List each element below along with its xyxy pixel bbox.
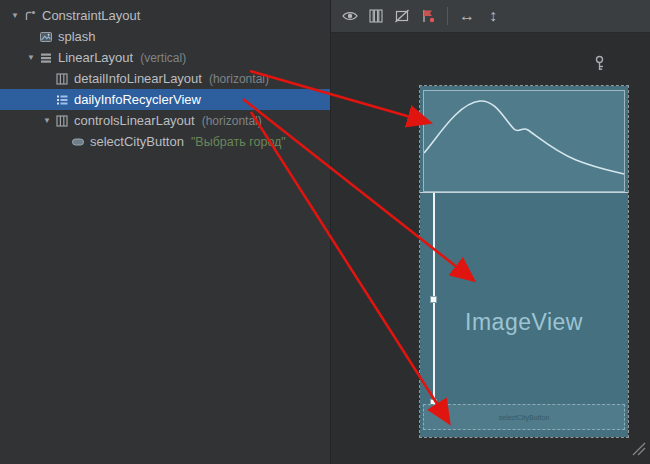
design-toolbar: ↔ ↕: [331, 0, 650, 33]
chevron-down-icon[interactable]: ▼: [40, 116, 54, 125]
resize-grip-icon[interactable]: [630, 440, 646, 460]
render-off-icon[interactable]: [390, 4, 414, 28]
select-city-button-label: selectCityButton: [499, 414, 550, 421]
tree-item-label: controlsLinearLayout: [74, 113, 195, 128]
tree-item-dailyinforecyclerview[interactable]: dailyInfoRecyclerView: [0, 89, 330, 110]
tree-item-selectcitybutton[interactable]: selectCityButton "Выбрать город": [0, 131, 330, 152]
design-surface-panel: ↔ ↕ ImageV: [331, 0, 650, 464]
errors-flag-icon[interactable]: [416, 4, 440, 28]
tree-item-label: splash: [58, 29, 96, 44]
tree-item-label: detailInfoLinearLayout: [74, 71, 202, 86]
imageview-placeholder-label: ImageView: [420, 309, 628, 336]
select-city-button-preview[interactable]: selectCityButton: [423, 404, 625, 430]
android-studio-layout-editor: ▼ ConstraintLayout splash ▼ LinearLayout…: [0, 0, 650, 464]
tree-item-annotation: (vertical): [140, 51, 186, 65]
tree-item-label: LinearLayout: [58, 50, 133, 65]
selection-handle-middle[interactable]: [430, 296, 437, 303]
weather-curve: [424, 91, 624, 191]
constraint-layout-icon: [22, 8, 37, 23]
eye-icon[interactable]: [338, 4, 362, 28]
tree-item-linearlayout[interactable]: ▼ LinearLayout (vertical): [0, 47, 330, 68]
vertical-resize-icon[interactable]: ↕: [481, 4, 505, 28]
tree-item-label: dailyInfoRecyclerView: [74, 92, 201, 107]
linearlayout-vertical-icon: [38, 50, 53, 65]
imageview-icon: [38, 29, 53, 44]
recyclerview-icon: [54, 92, 69, 107]
tree-item-constraintlayout[interactable]: ▼ ConstraintLayout: [0, 5, 330, 26]
horizontal-resize-icon[interactable]: ↔: [455, 4, 479, 28]
button-icon: [70, 134, 85, 149]
component-tree-panel: ▼ ConstraintLayout splash ▼ LinearLayout…: [0, 0, 331, 464]
toolbar-separator: [447, 7, 448, 25]
chevron-down-icon[interactable]: ▼: [24, 53, 38, 62]
tree-item-label: ConstraintLayout: [42, 8, 140, 23]
linearlayout-horizontal-icon: [54, 71, 69, 86]
chevron-down-icon[interactable]: ▼: [8, 11, 22, 20]
tree-item-annotation: (horizontal): [209, 72, 269, 86]
tree-item-detailinfolinearlayout[interactable]: detailInfoLinearLayout (horizontal): [0, 68, 330, 89]
tree-item-annotation: (horizontal): [202, 114, 262, 128]
tree-item-label: selectCityButton: [90, 134, 184, 149]
tree-item-string-value: "Выбрать город": [191, 135, 286, 149]
detail-info-section[interactable]: [423, 90, 625, 192]
recyclerview-preview[interactable]: ImageView: [420, 192, 628, 404]
columns-icon[interactable]: [364, 4, 388, 28]
device-preview[interactable]: ImageView selectCityButton: [420, 86, 628, 437]
linearlayout-horizontal-icon: [54, 113, 69, 128]
tree-item-controlslinearlayout[interactable]: ▼ controlsLinearLayout (horizontal): [0, 110, 330, 131]
tree-item-splash[interactable]: splash: [0, 26, 330, 47]
design-canvas[interactable]: ImageView selectCityButton: [331, 33, 650, 464]
render-settings-key-icon[interactable]: [593, 55, 606, 76]
